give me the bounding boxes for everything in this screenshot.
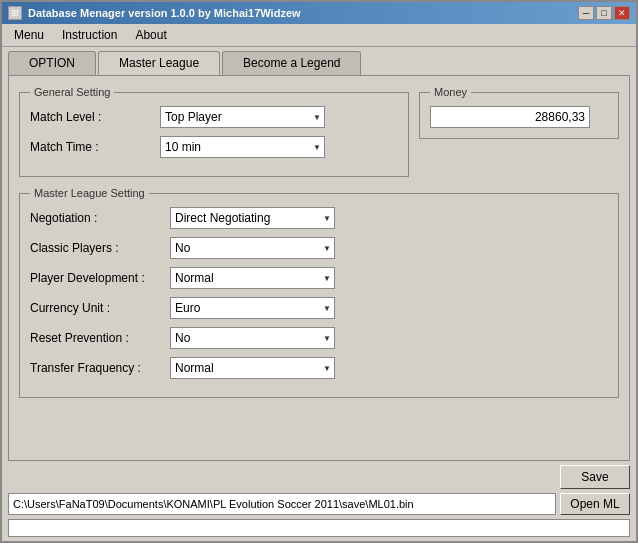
player-development-select-wrapper: Normal High Low xyxy=(170,267,335,289)
master-league-legend: Master League Setting xyxy=(30,187,149,199)
maximize-button[interactable]: □ xyxy=(596,6,612,20)
reset-prevention-label: Reset Prevention : xyxy=(30,331,170,345)
classic-players-row: Classic Players : No Yes xyxy=(30,237,608,259)
main-window: ⊞ Database Menager version 1.0.0 by Mich… xyxy=(0,0,638,543)
money-legend: Money xyxy=(430,86,471,98)
menu-item-about[interactable]: About xyxy=(127,26,174,44)
transfer-frequency-row: Transfer Fraquency : Normal High Low xyxy=(30,357,608,379)
title-bar-left: ⊞ Database Menager version 1.0.0 by Mich… xyxy=(8,6,301,20)
transfer-frequency-select-wrapper: Normal High Low xyxy=(170,357,335,379)
player-development-label: Player Development : xyxy=(30,271,170,285)
reset-prevention-select-wrapper: No Yes xyxy=(170,327,335,349)
app-icon: ⊞ xyxy=(8,6,22,20)
tab-master-league[interactable]: Master League xyxy=(98,51,220,75)
match-level-label: Match Level : xyxy=(30,110,160,124)
general-setting-section: General Setting Match Level : Top Player… xyxy=(19,86,409,187)
top-section: General Setting Match Level : Top Player… xyxy=(19,86,619,187)
currency-unit-select[interactable]: Euro Dollar Pound xyxy=(170,297,335,319)
negotiation-select-wrapper: Direct Negotiating Auction xyxy=(170,207,335,229)
title-controls: ─ □ ✕ xyxy=(578,6,630,20)
money-section: Money xyxy=(419,86,619,187)
match-level-select-wrapper: Top Player Professional Regular Player A… xyxy=(160,106,325,128)
match-time-row: Match Time : 5 min 10 min 15 min 20 min xyxy=(30,136,398,158)
tab-option[interactable]: OPTION xyxy=(8,51,96,75)
money-fieldset: Money xyxy=(419,86,619,139)
currency-unit-row: Currency Unit : Euro Dollar Pound xyxy=(30,297,608,319)
menu-bar: Menu Instruction About xyxy=(2,24,636,47)
currency-unit-label: Currency Unit : xyxy=(30,301,170,315)
reset-prevention-row: Reset Prevention : No Yes xyxy=(30,327,608,349)
transfer-frequency-label: Transfer Fraquency : xyxy=(30,361,170,375)
tab-become-legend[interactable]: Become a Legend xyxy=(222,51,361,75)
minimize-button[interactable]: ─ xyxy=(578,6,594,20)
title-bar: ⊞ Database Menager version 1.0.0 by Mich… xyxy=(2,2,636,24)
negotiation-row: Negotiation : Direct Negotiating Auction xyxy=(30,207,608,229)
match-time-select[interactable]: 5 min 10 min 15 min 20 min xyxy=(160,136,325,158)
transfer-frequency-select[interactable]: Normal High Low xyxy=(170,357,335,379)
match-time-select-wrapper: 5 min 10 min 15 min 20 min xyxy=(160,136,325,158)
progress-bar xyxy=(8,519,630,537)
match-time-label: Match Time : xyxy=(30,140,160,154)
player-development-row: Player Development : Normal High Low xyxy=(30,267,608,289)
path-input[interactable] xyxy=(8,493,556,515)
tabs-bar: OPTION Master League Become a Legend xyxy=(2,47,636,75)
master-league-fieldset: Master League Setting Negotiation : Dire… xyxy=(19,187,619,398)
content-area: General Setting Match Level : Top Player… xyxy=(8,75,630,461)
bottom-section: Save Open ML xyxy=(2,461,636,541)
match-level-row: Match Level : Top Player Professional Re… xyxy=(30,106,398,128)
classic-players-select[interactable]: No Yes xyxy=(170,237,335,259)
classic-players-label: Classic Players : xyxy=(30,241,170,255)
negotiation-select[interactable]: Direct Negotiating Auction xyxy=(170,207,335,229)
window-title: Database Menager version 1.0.0 by Michai… xyxy=(28,7,301,19)
money-input[interactable] xyxy=(430,106,590,128)
match-level-select[interactable]: Top Player Professional Regular Player A… xyxy=(160,106,325,128)
player-development-select[interactable]: Normal High Low xyxy=(170,267,335,289)
negotiation-label: Negotiation : xyxy=(30,211,170,225)
menu-item-menu[interactable]: Menu xyxy=(6,26,52,44)
general-setting-legend: General Setting xyxy=(30,86,114,98)
path-row: Open ML xyxy=(8,493,630,515)
reset-prevention-select[interactable]: No Yes xyxy=(170,327,335,349)
save-button[interactable]: Save xyxy=(560,465,630,489)
currency-unit-select-wrapper: Euro Dollar Pound xyxy=(170,297,335,319)
close-button[interactable]: ✕ xyxy=(614,6,630,20)
open-ml-button[interactable]: Open ML xyxy=(560,493,630,515)
classic-players-select-wrapper: No Yes xyxy=(170,237,335,259)
save-row: Save xyxy=(8,465,630,489)
general-setting-fieldset: General Setting Match Level : Top Player… xyxy=(19,86,409,177)
menu-item-instruction[interactable]: Instruction xyxy=(54,26,125,44)
